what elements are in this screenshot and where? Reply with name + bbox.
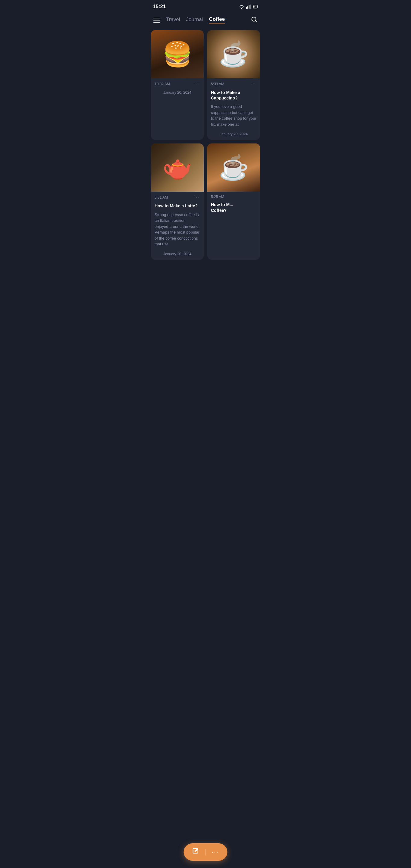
edit-icon bbox=[192, 847, 199, 855]
hamburger-menu-button[interactable] bbox=[152, 17, 161, 24]
card-cappuccino-time: 5:33 AM bbox=[211, 82, 224, 86]
card-coffee-meta: 5:25 AM bbox=[207, 192, 260, 201]
card-cappuccino-title: How to Make a Cappuccino? bbox=[207, 89, 260, 103]
card-latte-title: How to Make a Latte? bbox=[151, 202, 204, 211]
card-coffee[interactable]: 5:25 AM How to M...Coffee? bbox=[207, 144, 260, 259]
status-icons bbox=[239, 4, 258, 9]
card-burger-date: January 20, 2024 bbox=[151, 89, 204, 98]
svg-line-8 bbox=[255, 21, 257, 23]
card-coffee-time: 5:25 AM bbox=[211, 195, 224, 199]
tab-travel[interactable]: Travel bbox=[166, 17, 180, 24]
card-burger-time: 10:32 AM bbox=[155, 82, 170, 86]
card-cappuccino[interactable]: 5:33 AM ··· How to Make a Cappuccino? If… bbox=[207, 30, 260, 140]
tab-journal[interactable]: Journal bbox=[186, 17, 203, 24]
card-latte-meta: 5:31 AM ··· bbox=[151, 192, 204, 202]
header: Travel Journal Coffee bbox=[147, 12, 264, 30]
card-burger-meta: 10:32 AM ··· bbox=[151, 79, 204, 89]
status-bar: 15:21 bbox=[147, 0, 264, 12]
card-burger-image bbox=[151, 30, 204, 79]
card-burger-options[interactable]: ··· bbox=[194, 82, 200, 87]
card-latte-options[interactable]: ··· bbox=[194, 195, 200, 200]
fab-divider bbox=[205, 849, 205, 855]
card-cappuccino-image bbox=[207, 30, 260, 79]
card-cappuccino-excerpt: If you love a good cappuccino but can't … bbox=[207, 103, 260, 130]
card-cappuccino-date: January 20, 2024 bbox=[207, 130, 260, 140]
card-coffee-title: How to M...Coffee? bbox=[207, 201, 260, 215]
card-latte[interactable]: 5:31 AM ··· How to Make a Latte? Strong … bbox=[151, 144, 204, 259]
fab-edit-icon bbox=[192, 847, 199, 857]
card-latte-excerpt: Strong espresso coffee is an Italian tra… bbox=[151, 211, 204, 250]
card-latte-image bbox=[151, 144, 204, 192]
fab-more-options[interactable]: ··· bbox=[212, 849, 219, 855]
tab-coffee[interactable]: Coffee bbox=[209, 16, 225, 24]
svg-rect-2 bbox=[249, 5, 250, 9]
svg-rect-1 bbox=[247, 6, 248, 9]
card-latte-time: 5:31 AM bbox=[155, 195, 168, 199]
search-button[interactable] bbox=[250, 15, 259, 25]
search-icon bbox=[251, 16, 258, 23]
card-cappuccino-options[interactable]: ··· bbox=[251, 82, 256, 87]
nav-tabs: Travel Journal Coffee bbox=[166, 16, 245, 24]
card-cappuccino-meta: 5:33 AM ··· bbox=[207, 79, 260, 89]
article-grid: 10:32 AM ··· January 20, 2024 5:33 AM ··… bbox=[147, 30, 264, 290]
battery-icon bbox=[253, 5, 258, 8]
card-latte-date: January 20, 2024 bbox=[151, 250, 204, 260]
status-time: 15:21 bbox=[153, 4, 166, 10]
svg-rect-0 bbox=[246, 7, 247, 9]
wifi-icon bbox=[239, 4, 244, 9]
svg-rect-3 bbox=[250, 4, 251, 9]
signal-icon bbox=[246, 4, 251, 9]
fab-container[interactable]: ··· bbox=[184, 843, 227, 861]
card-coffee-image bbox=[207, 144, 260, 192]
svg-rect-5 bbox=[258, 6, 258, 7]
card-burger[interactable]: 10:32 AM ··· January 20, 2024 bbox=[151, 30, 204, 140]
svg-rect-6 bbox=[253, 6, 255, 8]
